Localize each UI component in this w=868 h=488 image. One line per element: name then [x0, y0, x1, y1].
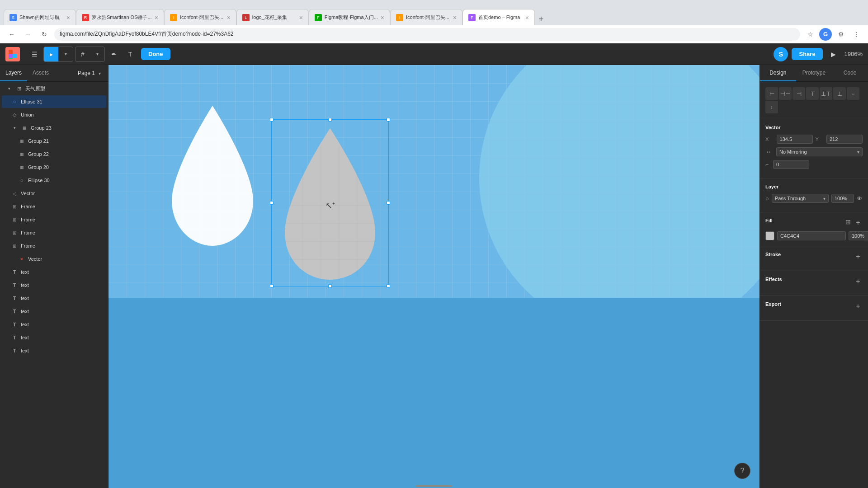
figma-logo[interactable]	[5, 47, 20, 61]
share-button[interactable]: Share	[792, 48, 822, 60]
layer-item-text7[interactable]: T text	[2, 344, 106, 357]
stroke-add-icon[interactable]: +	[854, 252, 863, 261]
blend-mode-select[interactable]: Pass Through ▾	[772, 194, 829, 203]
tab-assets[interactable]: Assets	[27, 65, 54, 81]
layer-item-text6[interactable]: T text	[2, 331, 106, 344]
fill-add-icon[interactable]: +	[854, 218, 863, 227]
stroke-title: Stroke	[765, 252, 781, 257]
vector-icon: ◁	[11, 190, 18, 197]
extension-icon[interactable]: ⚙	[835, 28, 847, 41]
layer-item-tianqi[interactable]: ▾ ⊞ 天气原型	[2, 82, 106, 95]
layer-item-vector1[interactable]: ◁ Vector	[2, 187, 106, 200]
layer-item-text1[interactable]: T text	[2, 266, 106, 278]
layer-name: Frame	[21, 230, 103, 235]
mirroring-select[interactable]: No Mirroring ▾	[776, 147, 863, 156]
drop-gray[interactable]	[276, 124, 384, 282]
tab-layers[interactable]: Layers	[0, 65, 27, 81]
layer-item-group20[interactable]: ▦ Group 20	[2, 161, 106, 174]
tab-design[interactable]: Design	[760, 65, 796, 81]
layer-item-text3[interactable]: T text	[2, 292, 106, 305]
pen-tool[interactable]: ✒	[107, 47, 121, 61]
layer-item-text5[interactable]: T text	[2, 318, 106, 331]
canvas-area[interactable]: ↖+	[108, 65, 760, 488]
x-label: X	[765, 136, 774, 142]
align-tools: ⊢ ⊣⊢ ⊣ ⊤ ⊥⊤ ⊥ ↔ ↕	[765, 87, 863, 113]
frame-tool-arrow[interactable]: ▾	[90, 47, 104, 61]
frame-tool[interactable]: #	[75, 47, 90, 61]
layer-item-group23[interactable]: ▾ ▦ Group 23	[2, 122, 106, 134]
text-icon: T	[11, 282, 18, 289]
scrollbar-horizontal[interactable]	[416, 485, 452, 487]
align-center-v-btn[interactable]: ⊥⊤	[820, 87, 832, 100]
export-title: Export	[765, 301, 781, 307]
fill-opacity-field[interactable]	[849, 231, 868, 240]
export-add-icon[interactable]: +	[854, 302, 863, 311]
corner-radius-field[interactable]	[773, 160, 809, 169]
frame-icon: ⊞	[11, 216, 18, 223]
new-tab-button[interactable]: +	[535, 13, 547, 25]
page-selector[interactable]: Page 1 ▾	[72, 65, 108, 81]
fill-color-swatch[interactable]	[765, 231, 774, 240]
layer-item-frame4[interactable]: ⊞ Frame	[2, 239, 106, 252]
distribute-h-btn[interactable]: ↔	[847, 87, 859, 100]
back-button[interactable]: ←	[5, 28, 18, 41]
layer-item-text2[interactable]: T text	[2, 279, 106, 291]
fill-hex-field[interactable]	[777, 231, 846, 240]
fill-title: Fill	[765, 218, 773, 223]
profile-icon[interactable]: G	[819, 28, 832, 41]
layer-item-union[interactable]: ◇ Union	[2, 108, 106, 121]
layer-item-frame1[interactable]: ⊞ Frame	[2, 200, 106, 213]
y-field[interactable]	[826, 135, 863, 144]
ellipse-icon: ○	[18, 177, 25, 184]
help-button[interactable]: ?	[734, 463, 750, 479]
layer-section: Layer ○ Pass Through ▾ 👁	[760, 178, 868, 212]
tab-iconfont2[interactable]: I Iconfont-阿里巴矢... ×	[390, 9, 462, 25]
align-right-btn[interactable]: ⊣	[793, 87, 805, 100]
tab-prototype[interactable]: Prototype	[796, 65, 832, 81]
layer-item-text4[interactable]: T text	[2, 305, 106, 318]
layer-item-frame2[interactable]: ⊞ Frame	[2, 213, 106, 226]
stroke-section: Stroke +	[760, 246, 868, 271]
align-top-btn[interactable]: ⊤	[806, 87, 819, 100]
bookmark-icon[interactable]: ☆	[804, 28, 816, 41]
layer-expand-icon: ▾	[5, 85, 13, 92]
layer-name: Frame	[21, 217, 103, 222]
layer-item-ellipse30[interactable]: ○ Ellipse 30	[2, 174, 106, 187]
align-left-btn[interactable]: ⊢	[765, 87, 778, 100]
left-panel-tabs: Layers Assets Page 1 ▾	[0, 65, 108, 82]
align-center-h-btn[interactable]: ⊣⊢	[779, 87, 792, 100]
tab-figma-active[interactable]: F 首页demo – Figma ×	[462, 9, 535, 25]
layer-visibility-icon[interactable]: ○	[765, 195, 769, 202]
eye-icon[interactable]: 👁	[857, 195, 863, 202]
select-tool-arrow[interactable]: ▾	[58, 47, 73, 61]
fill-grid-icon[interactable]: ⊞	[845, 218, 851, 227]
menu-icon[interactable]: ⋮	[850, 28, 863, 41]
layer-item-group22[interactable]: ▦ Group 22	[2, 148, 106, 160]
layer-item-group21[interactable]: ▦ Group 21	[2, 135, 106, 147]
reload-button[interactable]: ↻	[38, 28, 51, 41]
drop-white[interactable]	[163, 101, 262, 250]
align-bottom-btn[interactable]: ⊥	[833, 87, 846, 100]
x-field[interactable]	[777, 135, 813, 144]
opacity-field[interactable]	[831, 194, 854, 203]
layer-item-ellipse31[interactable]: ○ Ellipse 31	[2, 95, 106, 108]
tab-iconfont1[interactable]: I Iconfont-阿里巴矢... ×	[164, 9, 236, 25]
effects-add-icon[interactable]: +	[854, 277, 863, 286]
figma-app: ☰ ▸ ▾ # ▾ ✒ T Done S Share ▶ 1906% Layer…	[0, 43, 868, 488]
tab-logo[interactable]: L logo_花籽_采集 ×	[236, 9, 309, 25]
tab-shawn[interactable]: S Shawn的网址导航 ×	[4, 9, 76, 25]
distribute-v-btn[interactable]: ↕	[765, 101, 778, 113]
done-button[interactable]: Done	[141, 48, 170, 60]
fill-section: Fill ⊞ + 👁	[760, 212, 868, 246]
play-button[interactable]: ▶	[826, 47, 841, 61]
layer-item-frame3[interactable]: ⊞ Frame	[2, 226, 106, 239]
tab-luoyonghao[interactable]: R 罗永浩Smartisan OS锤子... ×	[76, 9, 164, 25]
layer-item-vector2[interactable]: ✕ Vector	[2, 253, 106, 265]
tab-figma-tutorial[interactable]: F Figma教程-Figma入门... ×	[309, 9, 390, 25]
menu-tool[interactable]: ☰	[27, 47, 42, 61]
tab-code[interactable]: Code	[832, 65, 868, 81]
address-bar[interactable]: figma.com/file/ZQnDfigAaDFyof80bLE4Vf/首页…	[54, 28, 800, 41]
text-tool[interactable]: T	[123, 47, 137, 61]
forward-button[interactable]: →	[22, 28, 34, 41]
select-tool[interactable]: ▸	[44, 47, 58, 61]
